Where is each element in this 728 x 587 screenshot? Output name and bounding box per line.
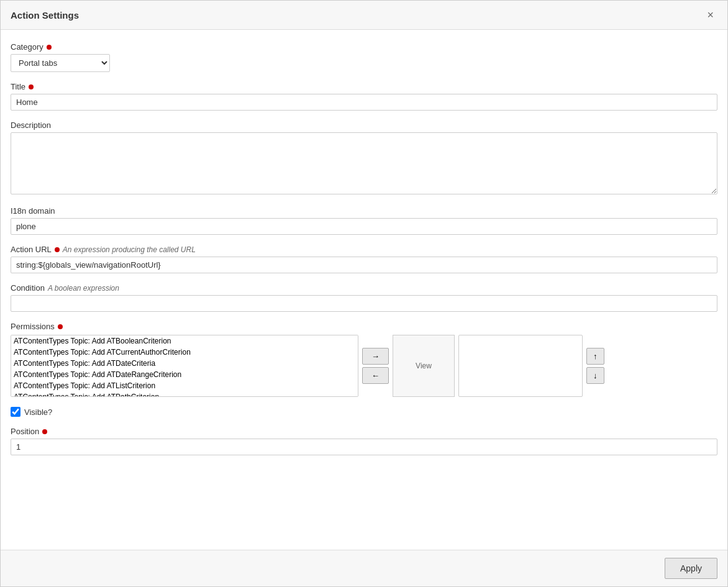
move-left-button[interactable]: ← [362, 367, 389, 384]
apply-button[interactable]: Apply [665, 558, 717, 579]
permissions-required-indicator [58, 324, 63, 329]
i18n-domain-field-group: I18n domain [11, 206, 717, 235]
visible-field-group: Visible? [11, 407, 717, 417]
list-item[interactable]: ATContentTypes Topic: Add ATDateRangeCri… [11, 369, 358, 380]
visible-checkbox[interactable] [11, 407, 20, 417]
list-item[interactable]: ATContentTypes Topic: Add ATBooleanCrite… [11, 335, 358, 347]
action-settings-dialog: Action Settings × Category Portal tabs S… [0, 0, 728, 587]
i18n-domain-label: I18n domain [11, 206, 717, 216]
permissions-selected-label: View [393, 335, 455, 397]
title-label: Title [11, 82, 717, 91]
visible-label[interactable]: Visible? [24, 407, 52, 417]
dialog-title: Action Settings [11, 10, 79, 20]
move-right-button[interactable]: → [362, 348, 389, 365]
dialog-body: Category Portal tabs Site Actions User A… [1, 30, 727, 515]
title-field-group: Title [11, 82, 717, 111]
condition-label-text: Condition [11, 283, 45, 293]
list-item[interactable]: ATContentTypes Topic: Add ATCurrentAutho… [11, 347, 358, 358]
permissions-selected-list[interactable] [458, 335, 583, 397]
move-up-button[interactable]: ↑ [586, 348, 604, 365]
condition-input[interactable] [11, 295, 717, 312]
i18n-domain-label-text: I18n domain [11, 206, 55, 216]
title-label-text: Title [11, 82, 25, 91]
position-field-group: Position [11, 427, 717, 455]
position-input[interactable] [11, 439, 717, 455]
permissions-section: Permissions ATContentTypes Topic: Add AT… [11, 322, 717, 397]
position-label: Position [11, 427, 717, 436]
description-field-group: Description [11, 121, 717, 196]
action-url-field-group: Action URL An expression producing the c… [11, 245, 717, 273]
action-url-required-indicator [55, 247, 60, 252]
category-label: Category [11, 42, 717, 52]
title-required-indicator [29, 84, 34, 89]
permissions-label-text: Permissions [11, 322, 55, 331]
position-label-text: Position [11, 427, 39, 436]
description-label-text: Description [11, 121, 51, 130]
action-url-hint: An expression producing the called URL [63, 245, 196, 254]
action-url-label: Action URL An expression producing the c… [11, 245, 717, 254]
list-item[interactable]: ATContentTypes Topic: Add ATPathCriterio… [11, 391, 358, 397]
position-required-indicator [42, 429, 47, 434]
move-down-button[interactable]: ↓ [586, 367, 604, 384]
category-label-text: Category [11, 42, 43, 52]
condition-label: Condition A boolean expression [11, 283, 717, 293]
permissions-available-list[interactable]: ATContentTypes Topic: Add ATBooleanCrite… [11, 335, 358, 397]
condition-hint: A boolean expression [48, 284, 119, 293]
permissions-container: ATContentTypes Topic: Add ATBooleanCrite… [11, 335, 717, 397]
permissions-label: Permissions [11, 322, 717, 331]
dialog-header: Action Settings × [1, 1, 727, 30]
list-item[interactable]: ATContentTypes Topic: Add ATListCriterio… [11, 380, 358, 391]
description-textarea[interactable] [11, 132, 717, 194]
permissions-view-label: View [416, 362, 432, 370]
category-field-group: Category Portal tabs Site Actions User A… [11, 42, 717, 72]
dialog-footer: Apply [1, 550, 727, 586]
category-required-indicator [47, 45, 52, 50]
transfer-buttons: → ← [362, 348, 389, 384]
i18n-domain-input[interactable] [11, 218, 717, 235]
close-button[interactable]: × [703, 8, 717, 22]
category-select[interactable]: Portal tabs Site Actions User Actions Do… [11, 54, 110, 72]
order-buttons: ↑ ↓ [586, 348, 604, 384]
action-url-input[interactable] [11, 257, 717, 273]
title-input[interactable] [11, 94, 717, 111]
condition-field-group: Condition A boolean expression [11, 283, 717, 312]
list-item[interactable]: ATContentTypes Topic: Add ATDateCriteria [11, 358, 358, 369]
description-label: Description [11, 121, 717, 130]
action-url-label-text: Action URL [11, 245, 52, 254]
